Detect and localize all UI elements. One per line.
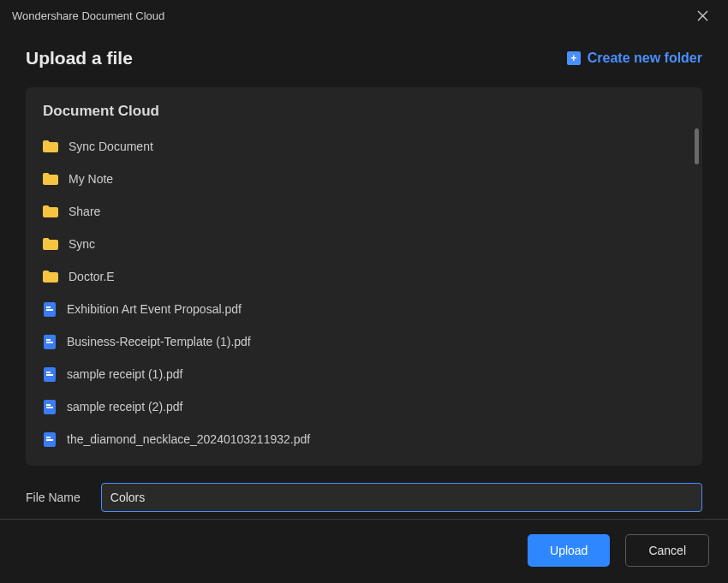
plus-icon: + [567,51,581,65]
file-icon [43,301,57,317]
folder-icon [43,238,58,250]
svg-rect-1 [46,309,53,311]
list-item-label: Sync Document [69,140,153,153]
filename-row: File Name [26,483,702,512]
window-title: Wondershare Document Cloud [12,9,164,22]
list-item-label: Business-Receipt-Template (1).pdf [67,335,251,348]
list-item[interactable]: sample receipt (2).pdf [43,390,685,423]
list-item-label: Sync [69,237,95,251]
list-item-label: sample receipt (1).pdf [67,367,182,381]
create-folder-label: Create new folder [588,51,702,66]
file-icon [43,366,57,382]
list-item-label: Doctor.E [69,270,115,283]
file-icon [43,334,57,349]
folder-icon [43,271,58,283]
close-button[interactable] [689,2,716,29]
list-item-label: sample receipt (2).pdf [67,400,182,413]
svg-rect-2 [46,306,51,308]
list-item[interactable]: sample receipt (1).pdf [43,358,685,390]
list-item[interactable]: Exhibition Art Event Proposal.pdf [43,293,685,325]
list-item[interactable]: My Note [43,163,685,195]
svg-rect-14 [46,437,51,438]
svg-rect-7 [46,374,53,376]
list-item[interactable]: Sync [43,228,685,260]
close-icon [697,10,708,21]
filename-label: File Name [26,491,81,504]
create-folder-button[interactable]: + Create new folder [567,51,702,66]
svg-rect-4 [46,342,53,343]
scrollbar-thumb[interactable] [695,128,699,164]
header-row: Upload a file + Create new folder [26,48,702,68]
list-item[interactable]: Doctor.E [43,260,685,293]
svg-rect-13 [46,439,53,441]
list-item-label: Exhibition Art Event Proposal.pdf [67,302,242,316]
dialog-body: Upload a file + Create new folder Docume… [0,31,728,512]
svg-rect-5 [46,339,51,341]
svg-rect-10 [46,407,53,408]
list-item-label: the_diamond_necklace_20240103211932.pdf [67,432,310,446]
cancel-button[interactable]: Cancel [625,534,709,567]
list-item[interactable]: the_diamond_necklace_20240103211932.pdf [43,423,685,455]
file-browser-panel: Document Cloud Sync DocumentMy NoteShare… [26,87,702,466]
upload-button[interactable]: Upload [528,534,610,567]
svg-rect-11 [46,404,51,406]
file-icon [43,399,57,414]
file-icon [43,431,57,447]
svg-rect-8 [46,372,51,373]
folder-icon [43,173,58,185]
list-item[interactable]: Sync Document [43,130,685,163]
list-item[interactable]: Business-Receipt-Template (1).pdf [43,325,685,358]
folder-icon [43,205,58,217]
folder-icon [43,140,58,152]
list-item[interactable]: Share [43,195,685,228]
file-list: Sync DocumentMy NoteShareSyncDoctor.EExh… [43,130,685,455]
titlebar: Wondershare Document Cloud [0,0,728,31]
page-title: Upload a file [26,48,133,68]
filename-input[interactable] [101,483,702,512]
panel-title: Document Cloud [43,103,685,120]
list-item-label: My Note [69,172,113,186]
list-item-label: Share [69,205,100,218]
dialog-footer: Upload Cancel [0,518,728,583]
